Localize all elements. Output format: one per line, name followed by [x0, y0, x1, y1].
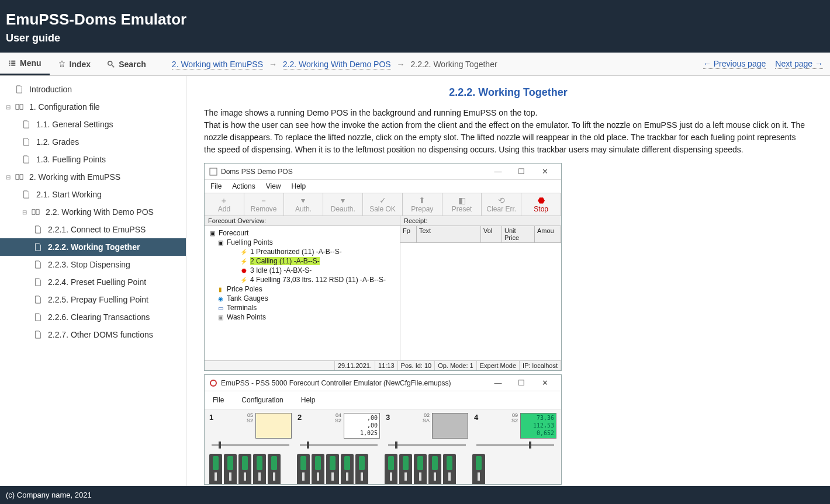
- page-icon: [34, 260, 43, 269]
- tbtn-clearerr[interactable]: ⟲Clear Err.: [482, 193, 521, 215]
- nozzle[interactable]: [209, 454, 222, 484]
- nav-s2-2-4[interactable]: 2.2.4. Preset Fuelling Point: [0, 273, 186, 291]
- tree-wp[interactable]: Wash Points: [227, 313, 266, 321]
- receipt-header: Receipt:: [400, 216, 561, 226]
- prev-page-link[interactable]: ← Previous page: [703, 59, 766, 69]
- nav-s2-2-5[interactable]: 2.2.5. Prepay Fuelling Point: [0, 291, 186, 308]
- nav-s2-2-7[interactable]: 2.2.7. Other DOMS functions: [0, 326, 186, 343]
- menu-actions[interactable]: Actions: [232, 182, 255, 190]
- maximize-button[interactable]: ☐: [510, 378, 533, 387]
- collapse-icon[interactable]: ⊟: [22, 209, 29, 215]
- tbtn-deauth[interactable]: ▾Deauth.: [323, 193, 363, 215]
- tab-menu[interactable]: Menu: [0, 53, 50, 75]
- col-vol[interactable]: Vol: [481, 226, 502, 242]
- status-date: 29.11.2021.: [335, 361, 375, 370]
- fp-display: [432, 413, 468, 439]
- speed-trackbar[interactable]: [388, 442, 466, 448]
- nozzle[interactable]: [253, 454, 266, 484]
- speed-trackbar[interactable]: [212, 442, 289, 448]
- tbtn-auth[interactable]: ▾Auth.: [284, 193, 324, 215]
- nozzle[interactable]: [414, 454, 427, 484]
- tbtn-remove[interactable]: －Remove: [244, 193, 284, 215]
- menu-file[interactable]: File: [210, 182, 222, 190]
- close-button[interactable]: ✕: [533, 167, 556, 176]
- pos-statusbar: 29.11.2021. 11:13 Pos. Id: 10 Op. Mode: …: [205, 360, 561, 370]
- col-fp[interactable]: Fp: [400, 226, 417, 242]
- tree-tg[interactable]: Tank Gauges: [227, 294, 268, 303]
- page-icon: [34, 331, 43, 339]
- nozzle[interactable]: [312, 454, 324, 484]
- nav-intro[interactable]: Introduction: [0, 81, 186, 98]
- terminal-icon: ▭: [216, 305, 224, 311]
- speed-trackbar[interactable]: [300, 442, 378, 448]
- nozzle[interactable]: [428, 454, 441, 484]
- tbtn-add[interactable]: ＋Add: [205, 193, 244, 215]
- forecourt-tree[interactable]: ▣Forecourt ▣Fuelling Points ⚡1 Preauthor…: [205, 226, 400, 360]
- tbtn-saleok[interactable]: ✓Sale OK: [363, 193, 403, 215]
- nav-s2-2-3[interactable]: 2.2.3. Stop Dispensing: [0, 256, 186, 273]
- emu-menu-help[interactable]: Help: [301, 396, 316, 404]
- nav-s1-3[interactable]: 1.3. Fuelling Points: [0, 151, 186, 168]
- menu-help[interactable]: Help: [292, 182, 306, 190]
- fp-display: 73,36112,530,652: [520, 413, 556, 439]
- nozzle[interactable]: [224, 454, 237, 484]
- book-icon: [15, 103, 25, 111]
- minimize-button[interactable]: —: [486, 378, 510, 387]
- nav-s2-1[interactable]: 2.1. Start Working: [0, 186, 186, 203]
- tree-tm[interactable]: Terminals: [227, 304, 257, 312]
- tree-fp-1[interactable]: 1 Preauthorized (11) -A-B--S-: [250, 248, 342, 256]
- page-icon: [34, 296, 43, 304]
- tree-root[interactable]: Forecourt: [219, 229, 248, 237]
- nav-s1[interactable]: ⊟1. Configuration file: [0, 98, 186, 116]
- emu-menu-file[interactable]: File: [213, 396, 224, 404]
- nozzle[interactable]: [355, 454, 368, 484]
- collapse-icon[interactable]: ⊟: [6, 174, 13, 180]
- plus-icon: ＋: [206, 196, 243, 205]
- nav-s2-2-2[interactable]: 2.2.2. Working Together: [0, 238, 186, 256]
- close-button[interactable]: ✕: [533, 378, 556, 387]
- tab-index[interactable]: Index: [50, 53, 99, 75]
- tree-pp[interactable]: Price Poles: [227, 285, 262, 293]
- breadcrumb-2[interactable]: 2.2. Working With Demo POS: [283, 60, 391, 69]
- nozzle[interactable]: [297, 454, 310, 484]
- nav-s2-2-6[interactable]: 2.2.6. Clearing Transactions: [0, 308, 186, 326]
- clear-icon: ⟲: [483, 196, 520, 205]
- tbtn-prepay[interactable]: ⬆Prepay: [403, 193, 442, 215]
- nozzle[interactable]: [326, 454, 339, 484]
- overview-header: Forecourt Overview:: [205, 216, 400, 226]
- search-icon: [107, 60, 115, 68]
- tree-fp-3[interactable]: 3 Idle (11) -A-BX-S-: [250, 266, 312, 274]
- nav-s1-2[interactable]: 1.2. Grades: [0, 133, 186, 151]
- tree-fp-2[interactable]: 2 Calling (11) -A-B--S-: [250, 257, 320, 265]
- menu-view[interactable]: View: [266, 182, 281, 190]
- speed-trackbar[interactable]: [476, 442, 554, 448]
- maximize-button[interactable]: ☐: [510, 167, 533, 176]
- nozzle[interactable]: [472, 454, 485, 484]
- emu-menu-config[interactable]: Configuration: [241, 396, 283, 404]
- nozzle[interactable]: [385, 454, 397, 484]
- breadcrumb-1[interactable]: 2. Working with EmuPSS: [172, 60, 263, 69]
- tab-search[interactable]: Search: [99, 53, 154, 75]
- nozzle[interactable]: [268, 454, 281, 484]
- nav-s2[interactable]: ⊟2. Working with EmuPSS: [0, 168, 186, 186]
- col-text[interactable]: Text: [417, 226, 481, 242]
- nav-s2-2[interactable]: ⊟2.2. Working With Demo POS: [0, 203, 186, 221]
- collapse-icon[interactable]: ⊟: [6, 104, 13, 110]
- tree-fp[interactable]: Fuelling Points: [227, 238, 273, 246]
- minimize-button[interactable]: —: [486, 167, 510, 176]
- topbar-tabs: Menu Index Search: [0, 53, 154, 75]
- nozzle[interactable]: [238, 454, 251, 484]
- tree-fp-4[interactable]: 4 Fuelling 73,03 ltrs. 112 RSD (11) -A-B…: [250, 276, 386, 284]
- nav-s1-1[interactable]: 1.1. General Settings: [0, 116, 186, 133]
- nozzle[interactable]: [443, 454, 456, 484]
- fuelling-point-2: 204 S2,00,001,025: [298, 413, 380, 450]
- col-amount[interactable]: Amou: [535, 226, 561, 242]
- nozzle[interactable]: [399, 454, 412, 484]
- tab-index-label: Index: [70, 60, 91, 69]
- next-page-link[interactable]: Next page →: [775, 59, 823, 69]
- tbtn-preset[interactable]: ◧Preset: [442, 193, 482, 215]
- tbtn-stop[interactable]: ⬣Stop: [521, 193, 561, 215]
- nav-s2-2-1[interactable]: 2.2.1. Connect to EmuPSS: [0, 221, 186, 238]
- col-unitprice[interactable]: Unit Price: [502, 226, 535, 242]
- nozzle[interactable]: [341, 454, 354, 484]
